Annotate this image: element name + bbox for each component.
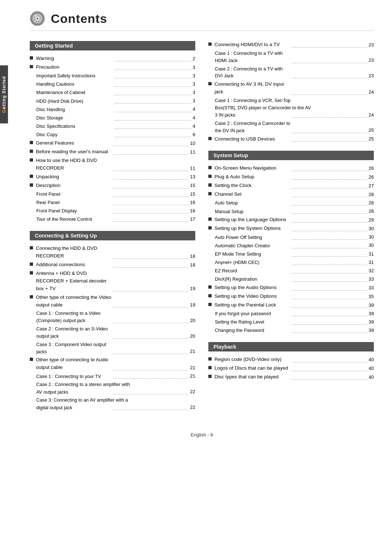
- page-title-area: Contents: [30, 11, 374, 31]
- bullet-icon: [30, 141, 33, 144]
- list-item: EP Mode Time Setting 31: [208, 251, 374, 258]
- list-item: Auto Power Off Setting 30: [208, 233, 374, 241]
- list-item: Setting up the Parental Lock 39: [208, 301, 374, 309]
- bullet-icon: [208, 175, 212, 178]
- list-item: Description 15: [30, 182, 195, 190]
- list-item: Case 2 : Connecting a Camcorder to the D…: [208, 120, 374, 134]
- connecting-section: Connecting & Setting Up Connecting the H…: [30, 231, 195, 411]
- list-item: Automatic Chapter Creator 30: [208, 242, 374, 249]
- connecting-right-list: Connecting HDMI/DVI to a TV 23 Case 1 : …: [208, 41, 374, 143]
- list-item: Other type of connecting te Audio output…: [30, 356, 195, 371]
- bullet-icon: [208, 357, 212, 361]
- footer-text: English - 8: [191, 432, 213, 438]
- bullet-icon: [208, 82, 212, 85]
- list-item: Logos of Discs that can be played 40: [208, 365, 374, 372]
- bullet-icon: [30, 271, 33, 275]
- list-item: On-Screen Menu Navigation 26: [208, 164, 374, 172]
- system-setup-heading: System Setup: [208, 151, 374, 160]
- list-item: How to use the HDD & DVD RECORDER 11: [30, 157, 195, 172]
- getting-started-heading: Getting Started: [30, 41, 195, 50]
- list-item: Disc types that can be played 40: [208, 373, 374, 381]
- list-item: Front Panel Display 16: [30, 207, 195, 215]
- list-item: Region code (DVD-Video only) 40: [208, 356, 374, 363]
- disc-icon: [30, 11, 45, 26]
- bullet-icon: [208, 226, 212, 229]
- list-item: Other type of connecting the Video outpu…: [30, 294, 195, 309]
- list-item: Setting up the Video Options 35: [208, 293, 374, 300]
- list-item: Precaution 3: [30, 64, 195, 71]
- list-item: Front Panel 15: [30, 191, 195, 198]
- list-item: Case 2 : Connecting to a stereo amplifie…: [30, 381, 195, 395]
- list-item: Rear Panel 16: [30, 199, 195, 206]
- list-item: Case 3: Connecting to an AV amplifier wi…: [30, 397, 195, 411]
- list-item: Connecting to AV 3 IN, DV input jack 24: [208, 81, 374, 96]
- bullet-icon: [30, 175, 33, 178]
- list-item: Case 3 : Component Video output jacks 21: [30, 341, 195, 355]
- list-item: Connecting HDMI/DVI to a TV 23: [208, 41, 374, 49]
- list-item: Disc Copy 6: [30, 131, 195, 138]
- bullet-icon: [208, 183, 212, 187]
- list-item: Manual Setup 28: [208, 208, 374, 215]
- list-item: Setting up the Language Options 29: [208, 216, 374, 224]
- getting-started-list: Warning 2 Precaution 3: [30, 55, 195, 223]
- list-item: EZ Record 32: [208, 267, 374, 275]
- list-item: Setting up the System Options 30: [208, 225, 374, 232]
- bullet-icon: [30, 246, 33, 249]
- right-column: Connecting HDMI/DVI to a TV 23 Case 1 : …: [208, 41, 374, 418]
- list-item: DivX(R) Registration 33: [208, 276, 374, 283]
- bullet-icon: [30, 263, 33, 266]
- sidebar-tab: Getting Started: [0, 65, 8, 123]
- left-column: Getting Started Warning 2: [30, 41, 195, 418]
- list-item: Auto Setup 28: [208, 199, 374, 207]
- list-item: Connecting to USB Devices 25: [208, 135, 374, 143]
- getting-started-section: Getting Started Warning 2: [30, 41, 195, 223]
- list-item: Case 2 : Connecting to a TV with DVI Jac…: [208, 65, 374, 80]
- list-item: Case 1 : Connecting to a Video (Composit…: [30, 310, 195, 324]
- list-item: Tour of the Remote Control 17: [30, 216, 195, 223]
- playback-list: Region code (DVD-Video only) 40 Logos of…: [208, 356, 374, 381]
- bullet-icon: [208, 42, 212, 46]
- list-item: Maintenance of Cabinet 3: [30, 89, 195, 96]
- list-item: Before reading the user's manual 11: [30, 148, 195, 156]
- bullet-icon: [208, 375, 212, 378]
- playback-heading: Playback: [208, 342, 374, 351]
- list-item: Anynet+ (HDMI CEC) 31: [208, 259, 374, 266]
- list-item: Warning 2: [30, 55, 195, 62]
- list-item: Disc Handling 4: [30, 106, 195, 113]
- list-item: Setting up the Audio Options 33: [208, 284, 374, 292]
- list-item: Case 2 : Connecting to an S-Video output…: [30, 325, 195, 340]
- list-item: Setting the Clock 27: [208, 182, 374, 190]
- bullet-icon: [208, 166, 212, 169]
- list-item: Setting the Rating Level 39: [208, 318, 374, 326]
- bullet-icon: [208, 366, 212, 369]
- page-title: Contents: [51, 12, 107, 26]
- list-item: HDD (Hard Disk Drive) 3: [30, 97, 195, 105]
- bullet-icon: [208, 217, 212, 221]
- bullet-icon: [208, 303, 212, 306]
- list-item: Handling Cautions 3: [30, 81, 195, 88]
- svg-point-3: [37, 18, 38, 20]
- bullet-icon: [208, 137, 212, 140]
- bullet-icon: [208, 294, 212, 297]
- system-setup-list: On-Screen Menu Navigation 26 Plug & Auto…: [208, 164, 374, 334]
- list-item: Disc Storage 4: [30, 114, 195, 122]
- connecting-list: Connecting the HDD & DVD RECORDER 18 Add…: [30, 245, 195, 411]
- bullet-icon: [208, 285, 212, 289]
- list-item: General Features 10: [30, 139, 195, 147]
- bullet-icon: [30, 295, 33, 298]
- bullet-icon: [208, 192, 212, 195]
- connecting-heading: Connecting & Setting Up: [30, 231, 195, 240]
- page-footer: English - 8: [30, 432, 374, 438]
- bullet-icon: [30, 65, 33, 68]
- list-item: Additional connections 18: [30, 261, 195, 269]
- list-item: Plug & Auto Setup 26: [208, 173, 374, 181]
- playback-section: Playback Region code (DVD-Video only) 40: [208, 342, 374, 381]
- bullet-icon: [30, 183, 33, 187]
- list-item: Unpacking 13: [30, 173, 195, 181]
- list-item: If you forgot your password 39: [208, 310, 374, 317]
- bullet-icon: [30, 150, 33, 153]
- list-item: Case 1 : Connecting to a TV with HDMI Ja…: [208, 50, 374, 64]
- list-item: Case 1 : Connecting a VCR, Set-Top Box(S…: [208, 97, 374, 119]
- sidebar-tab-label: Getting Started: [1, 76, 7, 113]
- list-item: Case 1 : Connecting to your TV 21: [30, 373, 195, 380]
